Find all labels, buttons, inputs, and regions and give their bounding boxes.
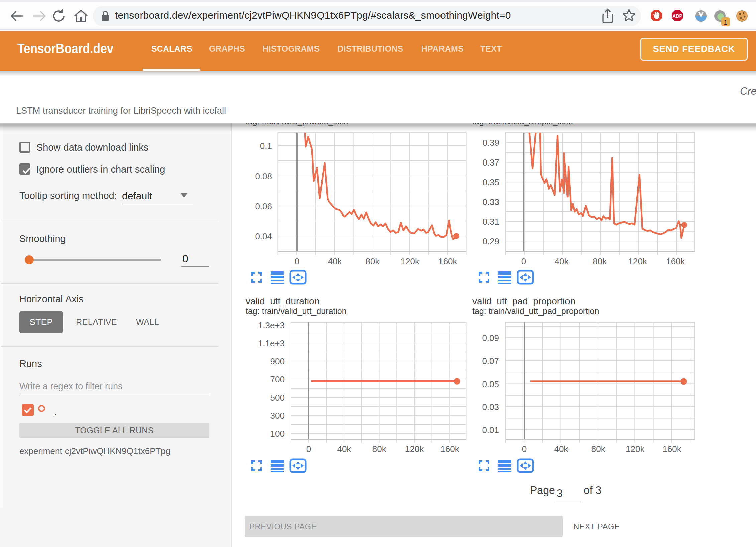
svg-text:0.1: 0.1 bbox=[260, 141, 272, 151]
svg-text:40k: 40k bbox=[554, 444, 569, 454]
svg-text:valid_utt_duration: valid_utt_duration bbox=[246, 296, 320, 306]
svg-text:80k: 80k bbox=[372, 444, 387, 454]
svg-text:500: 500 bbox=[270, 393, 285, 403]
svg-text:0.09: 0.09 bbox=[482, 333, 499, 343]
svg-text:0.06: 0.06 bbox=[255, 201, 272, 211]
svg-text:120k: 120k bbox=[628, 256, 647, 266]
svg-text:0.01: 0.01 bbox=[482, 425, 499, 435]
svg-text:0: 0 bbox=[295, 256, 299, 266]
svg-text:0.04: 0.04 bbox=[255, 231, 272, 241]
svg-text:0.39: 0.39 bbox=[482, 138, 499, 148]
svg-text:0.05: 0.05 bbox=[482, 379, 499, 389]
svg-text:900: 900 bbox=[270, 356, 285, 366]
svg-text:1: 1 bbox=[724, 18, 728, 26]
svg-text:valid_utt_pad_proportion: valid_utt_pad_proportion bbox=[472, 296, 575, 306]
svg-text:80k: 80k bbox=[365, 256, 380, 266]
svg-text:100: 100 bbox=[270, 429, 285, 439]
svg-text:1.1e+3: 1.1e+3 bbox=[258, 338, 285, 348]
svg-text:ABP: ABP bbox=[672, 13, 682, 19]
svg-text:40k: 40k bbox=[328, 256, 342, 266]
svg-text:300: 300 bbox=[270, 411, 285, 421]
svg-text:80k: 80k bbox=[591, 444, 606, 454]
svg-text:0.33: 0.33 bbox=[482, 197, 499, 207]
svg-text:1.3e+3: 1.3e+3 bbox=[258, 320, 285, 330]
svg-text:120k: 120k bbox=[405, 444, 424, 454]
svg-text:0.31: 0.31 bbox=[482, 217, 499, 227]
svg-text:80k: 80k bbox=[593, 256, 607, 266]
svg-text:0.07: 0.07 bbox=[482, 356, 499, 366]
svg-text:0: 0 bbox=[521, 256, 526, 266]
svg-text:0.08: 0.08 bbox=[255, 171, 272, 181]
svg-text:0.29: 0.29 bbox=[482, 236, 499, 246]
svg-text:0.37: 0.37 bbox=[482, 157, 499, 168]
svg-text:160k: 160k bbox=[440, 444, 459, 454]
svg-text:160k: 160k bbox=[662, 444, 681, 454]
svg-text:tag: train/valid_utt_duration: tag: train/valid_utt_duration bbox=[246, 306, 347, 316]
svg-text:120k: 120k bbox=[401, 256, 420, 266]
svg-text:0.35: 0.35 bbox=[482, 177, 499, 187]
svg-text:0: 0 bbox=[306, 444, 311, 454]
svg-text:160k: 160k bbox=[666, 256, 685, 266]
svg-text:160k: 160k bbox=[438, 256, 457, 266]
svg-text:120k: 120k bbox=[626, 444, 645, 454]
svg-text:700: 700 bbox=[270, 374, 285, 385]
svg-text:40k: 40k bbox=[337, 444, 351, 454]
svg-text:0.03: 0.03 bbox=[482, 402, 499, 412]
svg-text:0: 0 bbox=[522, 444, 527, 454]
svg-text:40k: 40k bbox=[555, 256, 569, 266]
svg-text:tag: train/valid_utt_pad_propo: tag: train/valid_utt_pad_proportion bbox=[472, 306, 599, 316]
